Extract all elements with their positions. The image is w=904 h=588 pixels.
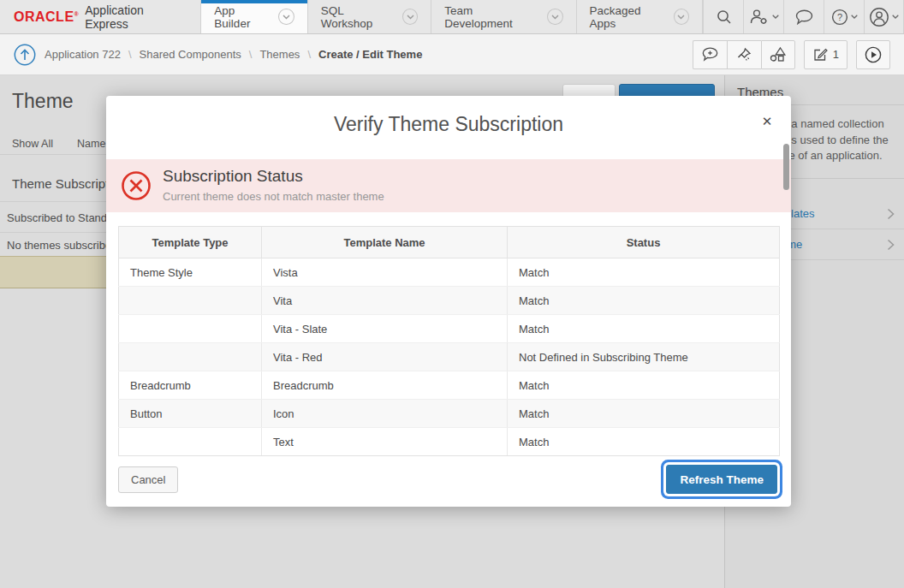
verify-theme-subscription-dialog: Verify Theme Subscription ✕ Subscription…	[106, 96, 791, 507]
cell-status: Match	[508, 287, 780, 315]
table-row: Button Icon Match	[119, 400, 780, 428]
alert-title: Subscription Status	[163, 167, 303, 186]
tab-app-builder[interactable]: App Builder	[200, 0, 306, 33]
play-icon	[865, 46, 882, 63]
breadcrumb-themes[interactable]: Themes	[259, 48, 300, 61]
cell-status: Match	[508, 400, 780, 428]
caret-down-icon	[772, 15, 779, 19]
dialog-scrollbar[interactable]	[783, 144, 789, 190]
table-header-row: Template Type Template Name Status	[119, 227, 780, 258]
cell-status: Match	[508, 371, 780, 400]
filter-show-all[interactable]: Show All	[12, 138, 53, 150]
alert-message: Current theme does not match master them…	[163, 190, 384, 203]
shared-components-button[interactable]	[761, 40, 795, 69]
oracle-wordmark: ORACLE®	[14, 9, 79, 25]
cell-status: Match	[508, 428, 780, 456]
tab-packaged-apps[interactable]: Packaged Apps	[576, 0, 704, 33]
filter-name[interactable]: Name	[77, 138, 105, 150]
feedback-add-button[interactable]	[693, 40, 727, 69]
cell-template-name: Vita	[262, 287, 508, 315]
chevron-down-icon[interactable]	[278, 9, 294, 25]
cell-template-name: Icon	[262, 400, 508, 428]
column-header-template-type: Template Type	[119, 227, 262, 258]
up-level-icon[interactable]	[14, 44, 36, 66]
table-row: Vita - Slate Match	[119, 315, 780, 343]
table-row: Breadcrumb Breadcrumb Match	[119, 371, 780, 400]
tab-team-development[interactable]: Team Development	[431, 0, 575, 33]
template-comparison-table: Template Type Template Name Status Theme…	[118, 226, 780, 456]
cancel-button[interactable]: Cancel	[118, 466, 178, 493]
main-tabs: App Builder SQL Workshop Team Developmen…	[200, 0, 703, 33]
run-application-button[interactable]	[856, 40, 890, 69]
tab-label: SQL Workshop	[321, 4, 396, 30]
cell-template-type: Theme Style	[119, 258, 262, 287]
cell-template-name: Breadcrumb	[262, 371, 508, 400]
dialog-title: Verify Theme Subscription	[106, 113, 791, 136]
edit-page-number: 1	[833, 48, 839, 61]
column-header-status: Status	[508, 227, 780, 258]
cell-template-type	[119, 343, 262, 371]
subscription-status-alert: Subscription Status Current theme does n…	[106, 159, 791, 212]
breadcrumb-separator: \	[249, 48, 253, 61]
table-row: Vita Match	[119, 287, 780, 315]
breadcrumb-separator: \	[307, 48, 311, 61]
spotlight-button[interactable]	[727, 40, 761, 69]
refresh-theme-button[interactable]: Refresh Theme	[666, 465, 777, 494]
breadcrumb-shared-components[interactable]: Shared Components	[140, 48, 241, 61]
top-nav-utilities: ?	[703, 0, 904, 33]
breadcrumb-separator: \	[128, 48, 132, 61]
tab-label: App Builder	[214, 4, 271, 30]
trademark-symbol: ®	[74, 10, 80, 16]
help-icon[interactable]: ?	[824, 0, 864, 33]
search-icon[interactable]	[703, 0, 743, 33]
caret-down-icon	[851, 15, 858, 19]
cell-template-name: Vista	[262, 258, 508, 287]
breadcrumb: Application 722 \ Shared Components \ Th…	[45, 48, 422, 61]
chevron-right-icon	[887, 208, 895, 220]
breadcrumb-bar: Application 722 \ Shared Components \ Th…	[0, 34, 904, 75]
error-icon	[121, 170, 152, 201]
shapes-icon	[770, 46, 787, 62]
cell-template-name: Text	[262, 428, 508, 456]
cell-template-name: Vita - Red	[262, 343, 508, 371]
chevron-down-icon[interactable]	[547, 9, 562, 25]
page-action-buttons: 1	[693, 40, 890, 69]
close-icon[interactable]: ✕	[758, 113, 776, 130]
column-header-template-name: Template Name	[262, 227, 508, 258]
page-title: Theme	[12, 90, 74, 113]
cell-template-type: Button	[119, 400, 262, 428]
tab-sql-workshop[interactable]: SQL Workshop	[307, 0, 431, 33]
apex-screen: ORACLE® Application Express App Builder …	[0, 0, 904, 588]
product-name: Application Express	[85, 3, 185, 31]
breadcrumb-current-page: Create / Edit Theme	[318, 48, 422, 61]
cell-template-type	[119, 287, 262, 315]
tab-label: Packaged Apps	[590, 4, 667, 30]
feedback-icon[interactable]	[783, 0, 824, 33]
edit-pencil-icon	[812, 47, 828, 62]
cell-status: Match	[508, 315, 780, 343]
tab-label: Team Development	[444, 4, 540, 30]
svg-text:?: ?	[836, 12, 842, 22]
breadcrumb-application[interactable]: Application 722	[45, 48, 121, 61]
comment-plus-icon	[702, 47, 718, 62]
cell-template-type	[119, 428, 262, 456]
caret-down-icon	[892, 15, 899, 19]
table-row: Theme Style Vista Match	[119, 258, 780, 287]
cell-template-type	[119, 315, 262, 343]
chevron-down-icon[interactable]	[402, 9, 418, 25]
cell-template-name: Vita - Slate	[262, 315, 508, 343]
chevron-down-icon[interactable]	[674, 9, 689, 25]
chevron-right-icon	[887, 239, 895, 251]
cell-status: Match	[508, 258, 780, 287]
top-navigation-bar: ORACLE® Application Express App Builder …	[0, 0, 904, 34]
edit-page-button[interactable]: 1	[804, 40, 848, 69]
cell-status: Not Defined in Subscribing Theme	[508, 343, 780, 371]
account-icon[interactable]	[864, 0, 904, 33]
oracle-apex-logo: ORACLE® Application Express	[0, 0, 200, 33]
flashlight-icon	[736, 47, 752, 62]
cell-template-type: Breadcrumb	[119, 371, 262, 400]
table-row: Text Match	[119, 428, 780, 456]
administration-icon[interactable]	[743, 0, 783, 33]
table-row: Vita - Red Not Defined in Subscribing Th…	[119, 343, 780, 371]
